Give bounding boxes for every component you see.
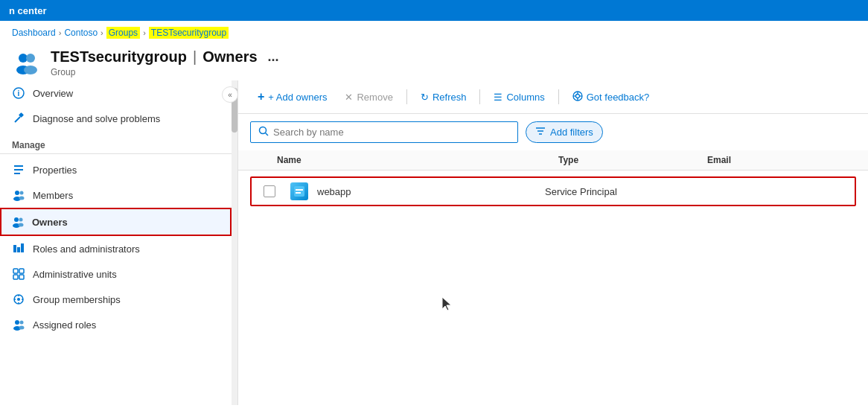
search-input[interactable] xyxy=(273,127,510,138)
collapse-button[interactable]: « xyxy=(222,86,238,103)
cursor-area xyxy=(439,296,868,316)
row-checkbox[interactable] xyxy=(264,185,275,197)
svg-point-1 xyxy=(26,54,35,63)
table-row: webapp Service Principal xyxy=(250,176,856,206)
row-name: webapp xyxy=(317,186,351,197)
wrench-icon xyxy=(12,112,25,125)
more-button[interactable]: ... xyxy=(264,48,284,66)
svg-rect-9 xyxy=(14,169,23,171)
row-checkbox-cell xyxy=(264,185,290,197)
sidebar-item-assigned-roles[interactable]: Assigned roles xyxy=(0,312,232,337)
breadcrumb: Dashboard › Contoso › Groups › TESTsecur… xyxy=(0,21,868,45)
page-header-text: TESTsecuritygroup | Owners ... Group xyxy=(51,48,284,77)
sidebar-owners-label: Owners xyxy=(32,217,68,228)
info-icon: i xyxy=(12,86,25,100)
svg-rect-25 xyxy=(19,275,24,279)
toolbar-divider-3 xyxy=(558,89,559,104)
columns-button[interactable]: ☰ Columns xyxy=(486,88,552,106)
sidebar-item-properties[interactable]: Properties xyxy=(0,157,232,182)
svg-line-6 xyxy=(15,117,20,122)
col-email: Email xyxy=(707,155,856,165)
sidebar-item-roles[interactable]: Roles and administrators xyxy=(0,236,232,261)
assigned-roles-icon xyxy=(12,318,25,331)
group-icon xyxy=(12,48,42,77)
svg-point-17 xyxy=(19,218,23,222)
svg-rect-23 xyxy=(19,269,24,273)
svg-point-35 xyxy=(19,326,25,330)
top-bar: n center xyxy=(0,0,868,21)
breadcrumb-groups[interactable]: Groups xyxy=(106,27,140,39)
search-box[interactable] xyxy=(250,121,518,143)
sidebar-item-group-memberships[interactable]: Group memberships xyxy=(0,287,232,312)
columns-icon: ☰ xyxy=(494,92,502,103)
sidebar-properties-label: Properties xyxy=(33,165,77,176)
svg-rect-48 xyxy=(296,189,303,191)
group-memberships-icon xyxy=(12,293,25,306)
filter-icon xyxy=(535,126,546,138)
refresh-button[interactable]: ↻ Refresh xyxy=(413,88,474,106)
svg-rect-22 xyxy=(13,269,18,273)
add-owners-button[interactable]: + + Add owners xyxy=(250,86,334,107)
svg-point-42 xyxy=(260,127,267,134)
owners-icon xyxy=(11,215,25,229)
properties-icon xyxy=(12,163,25,176)
filter-bar: Add filters xyxy=(238,114,868,150)
page-section: Owners xyxy=(202,48,257,66)
breadcrumb-testsecuritygroup[interactable]: TESTsecuritygroup xyxy=(149,27,229,39)
svg-rect-47 xyxy=(294,186,304,197)
page-header: TESTsecuritygroup | Owners ... Group xyxy=(0,45,868,80)
table-area: Name Type Email webapp xyxy=(238,150,868,405)
sidebar-members-label: Members xyxy=(33,190,73,201)
svg-rect-10 xyxy=(14,173,20,174)
sidebar: « i Overview Diagnose and solve problems… xyxy=(0,80,238,405)
toolbar: + + Add owners ✕ Remove ↻ Refresh ☰ Colu… xyxy=(238,80,868,114)
sidebar-group-memberships-label: Group memberships xyxy=(33,294,121,305)
add-filters-button[interactable]: Add filters xyxy=(526,121,603,143)
svg-rect-21 xyxy=(21,243,24,252)
members-icon xyxy=(12,188,25,202)
svg-point-18 xyxy=(19,223,24,227)
toolbar-divider-1 xyxy=(406,89,407,104)
sidebar-assigned-roles-label: Assigned roles xyxy=(33,319,96,331)
remove-button[interactable]: ✕ Remove xyxy=(337,88,400,106)
add-icon: + xyxy=(258,90,264,103)
content-area: + + Add owners ✕ Remove ↻ Refresh ☰ Colu… xyxy=(238,80,868,405)
svg-line-43 xyxy=(266,133,269,136)
table-header: Name Type Email xyxy=(238,150,868,171)
sidebar-item-diagnose[interactable]: Diagnose and solve problems xyxy=(0,106,232,131)
feedback-button[interactable]: Got feedback? xyxy=(565,87,657,107)
app-icon xyxy=(290,182,308,200)
toolbar-divider-2 xyxy=(479,89,480,104)
manage-section-label: Manage xyxy=(0,131,237,154)
breadcrumb-sep3: › xyxy=(143,28,146,37)
col-name: Name xyxy=(277,155,558,165)
sidebar-item-members[interactable]: Members xyxy=(0,182,232,208)
feedback-icon xyxy=(572,91,583,103)
svg-point-13 xyxy=(20,191,24,195)
page-title: TESTsecuritygroup xyxy=(51,48,187,66)
sidebar-admin-units-label: Administrative units xyxy=(33,269,117,280)
breadcrumb-dashboard[interactable]: Dashboard xyxy=(12,28,56,38)
svg-point-14 xyxy=(19,197,25,200)
breadcrumb-contoso[interactable]: Contoso xyxy=(64,28,98,38)
remove-icon: ✕ xyxy=(345,92,353,103)
breadcrumb-sep1: › xyxy=(59,28,62,37)
svg-point-37 xyxy=(575,94,579,98)
svg-point-15 xyxy=(14,217,19,222)
svg-rect-8 xyxy=(14,165,23,167)
main-layout: « i Overview Diagnose and solve problems… xyxy=(0,80,868,405)
sidebar-item-overview[interactable]: i Overview xyxy=(0,80,232,106)
search-icon xyxy=(258,126,269,138)
svg-rect-49 xyxy=(296,192,301,194)
svg-rect-24 xyxy=(13,275,18,279)
breadcrumb-sep2: › xyxy=(100,28,103,37)
svg-rect-20 xyxy=(17,247,20,252)
svg-point-34 xyxy=(20,321,24,325)
cursor-icon xyxy=(439,296,454,313)
col-type: Type xyxy=(558,155,707,165)
page-subtitle: Group xyxy=(51,67,284,77)
sidebar-item-admin-units[interactable]: Administrative units xyxy=(0,261,232,287)
svg-point-11 xyxy=(15,191,19,195)
sidebar-item-owners[interactable]: Owners xyxy=(0,208,232,236)
col-checkbox xyxy=(250,155,277,165)
